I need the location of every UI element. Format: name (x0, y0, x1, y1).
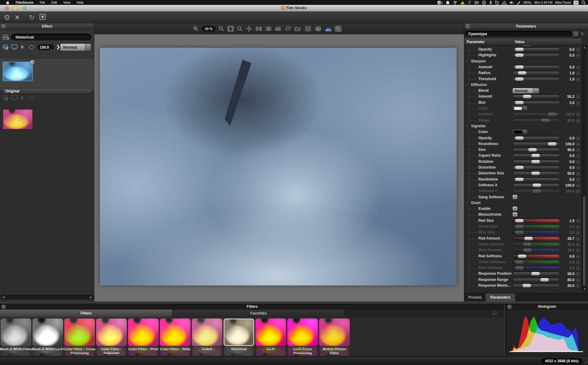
slider-handle[interactable] (524, 237, 533, 240)
image-frame-icon[interactable] (315, 25, 322, 32)
keyframe-box-icon[interactable] (576, 231, 580, 234)
parameter-slider[interactable] (512, 271, 560, 276)
slider-handle[interactable] (528, 148, 537, 152)
battery-ui-icon[interactable] (474, 1, 479, 5)
parameter-slider[interactable] (512, 183, 560, 188)
slider-handle[interactable] (515, 230, 524, 234)
parameter-slider[interactable] (512, 260, 560, 264)
blend-dropdown[interactable]: Normalˇ (512, 88, 539, 94)
menu-user[interactable]: Mike Pasini (555, 1, 571, 4)
slider-handle[interactable] (523, 248, 532, 252)
time-machine-icon[interactable] (495, 1, 499, 5)
tab-presets[interactable]: Presets (465, 293, 485, 302)
volume-icon[interactable] (509, 1, 514, 5)
keyframe-box-icon[interactable] (576, 190, 580, 193)
filter-thumbnail[interactable] (64, 318, 95, 346)
histogram-icon[interactable] (325, 26, 332, 32)
add-layer-icon[interactable] (2, 34, 9, 41)
capture-frame-icon[interactable] (304, 25, 312, 32)
menu-item-file[interactable]: File (37, 0, 48, 5)
effect-thumbnail[interactable] (3, 62, 33, 81)
save-preset-icon[interactable] (573, 31, 579, 37)
slider-handle[interactable] (515, 53, 524, 57)
parameter-slider[interactable] (512, 77, 560, 81)
compare-view-icon[interactable] (227, 26, 234, 32)
filter-item-color-films-slide[interactable]: Color Films – Slide (160, 318, 190, 356)
pan-icon[interactable] (246, 25, 252, 32)
bluetooth-icon[interactable] (489, 1, 492, 5)
scroll-down-icon[interactable]: ▼ (583, 288, 586, 291)
filter-item-black-white-lo-fi[interactable]: Black & White Lo-Fi (32, 318, 63, 356)
slider-handle[interactable] (518, 254, 527, 258)
lightning-icon[interactable] (20, 44, 27, 51)
split-vertical-icon[interactable] (265, 26, 272, 32)
parameter-slider[interactable] (512, 47, 560, 52)
spotlight-search-icon[interactable] (581, 0, 586, 5)
slider-handle[interactable] (531, 171, 540, 175)
filter-item-color-films-cross-processing[interactable]: Color Films – Cross Processing (64, 318, 95, 356)
lightning-icon[interactable] (20, 95, 27, 102)
original-thumbnail[interactable] (3, 109, 33, 129)
parameter-slider[interactable] (512, 177, 560, 182)
menu-item-edit[interactable]: Edit (48, 0, 60, 5)
scrollbar-thumb[interactable] (583, 196, 586, 286)
color-swatch[interactable]: ✎ (512, 129, 528, 135)
monitor-icon[interactable] (11, 44, 18, 51)
keyframe-box-icon[interactable] (576, 154, 580, 158)
filter-thumbnail[interactable] (224, 318, 254, 346)
keyframe-box-icon[interactable] (576, 66, 580, 69)
parameter-slider[interactable] (512, 248, 560, 252)
parameter-slider[interactable] (512, 277, 560, 282)
parameter-slider[interactable] (512, 171, 560, 176)
keyframe-box-icon[interactable] (576, 237, 580, 240)
collapse-group-icon[interactable]: − (466, 124, 468, 128)
parameter-slider[interactable] (512, 118, 560, 123)
parameter-slider[interactable] (512, 65, 560, 69)
parameter-slider[interactable] (512, 142, 560, 146)
menu-item-view[interactable]: View (60, 0, 74, 5)
slider-handle[interactable] (548, 112, 557, 116)
image-edit-icon[interactable] (2, 95, 10, 102)
scroll-left-icon[interactable]: ◀ (2, 296, 4, 299)
side-by-side-icon[interactable] (284, 26, 291, 32)
parameter-slider[interactable] (512, 94, 560, 99)
filters-panel-close-icon[interactable]: ✕ (2, 305, 6, 309)
parameter-slider[interactable] (512, 100, 560, 105)
remove-effect-icon[interactable]: ✕ (30, 60, 35, 65)
input-source-icon[interactable]: A2 (437, 1, 443, 5)
slider-handle[interactable] (515, 47, 524, 51)
script-icon[interactable] (517, 1, 521, 5)
keyframe-box-icon[interactable] (576, 113, 580, 116)
blend-mode-dropdown[interactable]: Normal ˇ (60, 43, 91, 51)
parameter-slider[interactable] (512, 136, 560, 140)
filter-item-faded[interactable]: Faded (192, 318, 222, 356)
effect-name-field[interactable]: Historical (11, 34, 91, 41)
dual-pane-icon[interactable] (255, 26, 262, 32)
slider-handle[interactable] (515, 260, 524, 264)
filter-item-black-white-films[interactable]: Black & White Films (1, 318, 31, 356)
delete-effect-icon[interactable]: ✕ (15, 14, 20, 21)
slider-handle[interactable] (532, 189, 541, 193)
collapse-group-icon[interactable]: − (466, 59, 468, 63)
frame-icon[interactable] (28, 95, 36, 102)
keyframe-box-icon[interactable] (576, 266, 580, 270)
filter-item-historical[interactable]: Historical (224, 318, 254, 356)
filter-item-lo-fi[interactable]: Lo-Fi (255, 318, 286, 356)
zoom-out-icon[interactable] (218, 26, 224, 32)
parameter-slider[interactable] (512, 283, 560, 288)
parameter-slider[interactable] (512, 112, 560, 117)
parameter-slider[interactable] (512, 218, 560, 223)
snapshot-camera-icon[interactable] (294, 26, 302, 32)
keyframe-box-icon[interactable] (576, 272, 580, 276)
keyframe-box-icon[interactable] (576, 284, 580, 288)
keyframe-box-icon[interactable] (576, 184, 580, 187)
keyframe-box-icon[interactable] (576, 219, 580, 223)
slider-handle[interactable] (515, 177, 524, 181)
parameter-slider[interactable] (512, 242, 560, 247)
badge-10[interactable]: 10 (574, 1, 579, 5)
parameters-panel-close-icon[interactable]: ✕ (466, 24, 470, 28)
shape-icon[interactable] (502, 1, 507, 5)
slider-handle[interactable] (531, 160, 540, 164)
slider-handle[interactable] (540, 278, 549, 282)
parameter-slider[interactable] (512, 165, 560, 170)
